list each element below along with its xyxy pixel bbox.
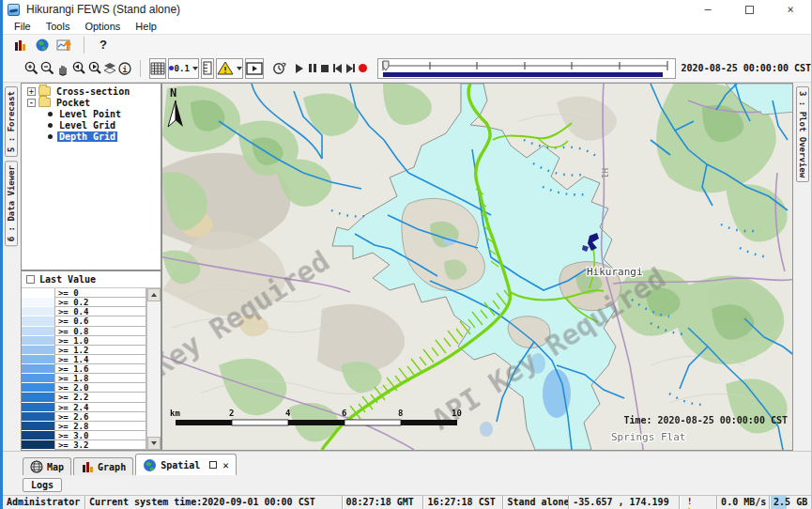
legend-swatch [22,374,54,383]
record-button[interactable] [357,58,370,79]
zoom-out-icon[interactable] [39,58,55,79]
interval-dot-icon [169,66,174,70]
map-toolbar: i 0.1 ! [3,54,811,83]
road-label: H1 [600,168,609,178]
legend-panel: Last Value >= 0 >= 0.2 [21,270,161,451]
zoom-in-icon[interactable] [23,58,39,79]
status-net-speed: 0.0 MB/s [717,496,770,509]
legend-entry: >= 2.4 [22,403,146,412]
scroll-up-icon[interactable] [147,288,161,301]
logs-row: Logs [3,475,811,495]
legend-swatch [22,403,54,412]
legend-entry-label: >= 1.4 [54,355,146,364]
legend-swatch [22,346,54,355]
tab-graph[interactable]: Graph [73,457,133,475]
grid-toggle-button[interactable] [149,58,166,79]
legend-entry-label: >= 0.6 [54,316,146,326]
legend-scrollbar[interactable] [146,288,161,450]
menu-item[interactable]: File [7,21,38,32]
warning-dropdown[interactable]: ! [216,58,243,79]
map-display-icon[interactable] [31,35,54,55]
menu-item[interactable]: Tools [38,21,78,32]
view-tab-bar: Map Graph Spatial ✕ [3,451,811,475]
close-button[interactable]: × [770,0,811,19]
legend-entry-label: >= 1.6 [54,364,146,374]
status-system-time: Current system time:2020-09-01 00:00 CST [85,496,343,509]
layers-icon[interactable] [102,58,117,79]
zoom-next-icon[interactable] [86,58,102,79]
tree-item-pocket[interactable]: - Pocket [22,97,161,108]
go-to-start-button[interactable] [331,58,345,79]
database-viewer-icon[interactable] [8,35,31,55]
legend-entry-label: >= 1.0 [54,336,146,346]
scroll-down-icon[interactable] [147,437,161,450]
tab-maximize-icon[interactable] [209,461,217,469]
legend-swatch [22,355,54,364]
legend-swatch [22,307,54,316]
tab-spatial[interactable]: Spatial ✕ [135,454,237,475]
legend-swatch [22,336,54,346]
left-tab-strip: 5 : Forecast 6 : Data Viewer [3,83,21,451]
tab-data-viewer[interactable]: 6 : Data Viewer [5,161,18,246]
title-bar: Hikurangi FEWS (Stand alone) – × [3,0,811,19]
node-bullet-icon [48,123,53,128]
chevron-down-icon [237,67,242,70]
help-icon[interactable]: ? [92,35,115,55]
legend-entry-label: >= 0.2 [54,298,146,307]
folder-icon [38,86,51,96]
map-view[interactable]: API Key Required API Key Required Hikura… [161,83,793,451]
stop-button[interactable] [318,58,331,79]
legend-entry: >= 1.4 [22,355,146,364]
svg-text:i: i [122,65,128,74]
collapse-icon[interactable]: - [27,99,36,107]
last-value-checkbox[interactable] [26,275,35,284]
svg-text:8: 8 [398,409,403,418]
tab-forecast[interactable]: 5 : Forecast [5,86,18,157]
tab-map[interactable]: Map [23,457,71,475]
animation-settings-icon[interactable] [271,58,287,79]
main-toolbar: ? [3,35,811,54]
menu-item[interactable]: Options [77,21,128,32]
town-label: Hikurangi [587,266,643,278]
svg-text:4: 4 [285,409,291,418]
legend-swatch [22,393,54,402]
tree-item-level-grid[interactable]: Level Grid [22,119,161,131]
last-value-label: Last Value [39,274,96,285]
info-icon[interactable]: i [117,58,132,79]
menu-item[interactable]: Help [128,21,164,32]
status-mode: Stand alone [503,496,569,509]
legend-entry: >= 0.2 [22,298,146,307]
legend-swatch [22,298,54,307]
legend-entry: >= 2.6 [22,412,146,422]
globe-icon [143,458,157,472]
tree-item-depth-grid[interactable]: Depth Grid [22,131,161,142]
tab-close-icon[interactable]: ✕ [222,459,229,471]
interval-dropdown[interactable]: 0.1 [168,58,199,79]
legend-entry: >= 1.0 [22,336,146,346]
logs-button[interactable]: Logs [23,478,62,492]
movie-player-button[interactable] [245,58,264,79]
status-warning[interactable] [680,496,717,509]
tab-plot-overview[interactable]: 3 : Plot Overview [796,86,809,182]
data-panel: + Cross-section - Pocket Level Point Lev… [21,83,161,451]
legend-entry-label: >= 0.8 [54,327,146,336]
grid-display-icon[interactable] [54,35,76,55]
go-to-end-button[interactable] [344,58,357,79]
legend-entry: >= 3.2 [22,440,146,450]
ruler-button[interactable] [201,58,214,79]
pan-hand-icon[interactable] [55,58,70,79]
legend-entry: >= 2.0 [22,383,146,393]
pause-button[interactable] [306,58,319,79]
zoom-previous-icon[interactable] [70,58,86,79]
time-slider[interactable] [377,58,676,79]
legend-entry: >= 2.2 [22,393,146,402]
legend-entry-label: >= 2.6 [54,412,146,422]
status-gmt-time: 08:27:18 GMT [343,496,424,509]
tree-item-level-point[interactable]: Level Point [22,108,161,119]
svg-text:!: ! [222,66,227,75]
expand-icon[interactable]: + [27,87,36,96]
legend-list: >= 0 >= 0.2 >= 0.4 [22,288,146,450]
play-button[interactable] [293,58,306,79]
maximize-button[interactable] [728,0,770,19]
minimize-button[interactable]: – [687,0,728,19]
